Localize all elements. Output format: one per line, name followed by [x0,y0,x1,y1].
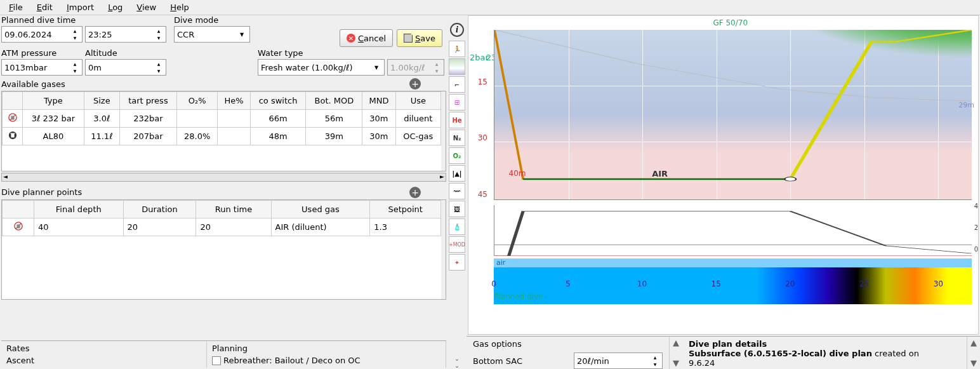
svg-rect-2 [11,116,14,119]
tool-saw-icon[interactable]: 〰 [449,183,465,199]
tool-corner-icon[interactable]: ⌐ [449,76,465,93]
dive-profile-chart[interactable]: GF 50/70 2bar232bar 40m AIR [468,15,979,335]
cell[interactable]: 56m [306,110,362,128]
col-duration[interactable]: Duration [123,200,196,218]
col-mod[interactable]: Bot. MOD [306,92,362,110]
bottom-sac-input[interactable]: 20ℓ/min ▲▼ [574,352,663,369]
menu-log[interactable]: Log [102,1,129,13]
sac-down-icon[interactable]: ▼ [651,361,659,368]
menu-file[interactable]: File [3,1,29,13]
details-scroll[interactable]: ▲▼ [967,337,980,369]
col-o2[interactable]: O₂% [176,92,218,110]
date-down-icon[interactable]: ▼ [70,34,79,41]
rebreather-checkbox[interactable]: Rebreather: Bailout / Deco on OC [212,356,440,366]
col-usedgas[interactable]: Used gas [271,200,370,218]
atm-input[interactable]: 1013mbar ▲▼ [1,59,83,76]
time-input[interactable]: 23:25 ▲▼ [85,26,166,43]
menu-edit[interactable]: Edit [30,1,59,13]
rates-title: Rates [6,344,201,353]
col-setpoint[interactable]: Setpoint [370,200,441,218]
menu-import[interactable]: Import [60,1,100,13]
svg-rect-5 [10,133,15,134]
gf-label: GF 50/70 [713,18,748,27]
cell[interactable]: 232bar [120,110,177,128]
col-runtime[interactable]: Run time [196,200,271,218]
dive-mode-combo[interactable]: CCR ▼ [174,26,250,43]
cell[interactable]: 20 [123,218,196,236]
cell[interactable] [218,110,250,128]
col-mnd[interactable]: MND [362,92,395,110]
cell[interactable]: AIR (diluent) [271,218,370,236]
menu-help[interactable]: Help [164,1,195,13]
menu-view[interactable]: View [130,1,162,13]
tool-scale-icon[interactable]: ⊞ [449,94,465,111]
trash-disabled-icon[interactable] [14,222,23,231]
time-up-icon[interactable]: ▲ [154,27,163,34]
cell[interactable]: 1.3 [370,218,441,236]
alt-down-icon[interactable]: ▼ [154,67,163,74]
cell[interactable]: 48m [250,128,306,145]
info-button[interactable]: i [450,23,464,37]
col-type[interactable]: Type [23,92,84,110]
atm-down-icon[interactable]: ▼ [70,67,79,74]
tool-person-icon[interactable]: 🏃 [449,41,465,57]
cell[interactable]: 40 [34,218,124,236]
add-gas-button[interactable]: + [409,78,421,90]
col-he[interactable]: He% [218,92,250,110]
toolbar-expand-button[interactable]: ⌄⌄ [453,355,461,369]
cell[interactable]: 66m [250,110,306,128]
cell[interactable]: 207bar [120,128,177,145]
cell[interactable]: 3.0ℓ [84,110,119,128]
gas-row[interactable]: 3ℓ 232 bar 3.0ℓ 232bar 66m 56m 30m dilue… [3,110,441,128]
date-input[interactable]: 09.06.2024 ▲▼ [1,26,83,43]
date-up-icon[interactable]: ▲ [70,27,79,34]
trash-disabled-icon[interactable] [8,113,17,122]
cell[interactable]: 3ℓ 232 bar [23,110,84,128]
depth-label: 40m [509,169,526,178]
gas-options-scroll[interactable]: ▲▼ [670,337,682,369]
save-icon [404,34,413,43]
tool-he-icon[interactable]: He [449,112,465,128]
cancel-button[interactable]: ✕ Cancel [340,29,393,47]
cell[interactable]: 39m [306,128,362,145]
alt-up-icon[interactable]: ▲ [154,60,163,67]
trash-icon[interactable] [8,131,17,140]
heatmap-gas-label: air [496,258,505,267]
col-use[interactable]: Use [395,92,440,110]
cell[interactable]: AL80 [23,128,84,145]
tool-tank-icon[interactable]: 🧴 [449,218,465,235]
cell[interactable]: diluent [395,110,440,128]
sac-up-icon[interactable]: ▲ [651,354,659,361]
tool-o2-icon[interactable]: O₂ [449,147,465,164]
cell[interactable] [218,128,250,145]
atm-up-icon[interactable]: ▲ [70,60,79,67]
tool-n2-icon[interactable]: N₂ [449,130,465,146]
cell[interactable]: 30m [362,128,395,145]
col-size[interactable]: Size [84,92,119,110]
col-depth[interactable]: Final depth [34,200,124,218]
cell[interactable]: OC-gas [395,128,440,145]
add-point-button[interactable]: + [409,187,421,198]
save-button[interactable]: Save [397,29,442,47]
col-start[interactable]: tart press [120,92,177,110]
gases-hscroll[interactable] [1,173,446,182]
tool-mod-icon[interactable]: +MOD [449,236,465,253]
time-down-icon[interactable]: ▼ [154,34,163,41]
cell[interactable]: 11.1ℓ [84,128,119,145]
col-deco[interactable]: co switch [250,92,306,110]
cell[interactable]: 30m [362,110,395,128]
cancel-icon: ✕ [347,34,355,43]
tool-tissue-icon[interactable]: ✦ [449,254,465,271]
cell[interactable]: 20 [196,218,271,236]
point-row[interactable]: 40 20 20 AIR (diluent) 1.3 [3,218,441,236]
cell[interactable] [176,110,218,128]
tool-gradient-icon[interactable] [449,58,465,75]
altitude-input[interactable]: 0m ▲▼ [85,59,166,76]
water-density-input: 1.00kg/ℓ ▲▼ [387,59,444,76]
tool-picture-icon[interactable]: 🖼 [449,201,465,217]
ascent-label: Ascent [6,356,201,365]
cell[interactable]: 28.0% [176,128,218,145]
water-type-combo[interactable]: Fresh water (1.00kg/ℓ) ▼ [258,59,385,76]
tool-ruler-icon[interactable]: |▲| [449,165,465,182]
gas-row[interactable]: AL80 11.1ℓ 207bar 28.0% 48m 39m 30m OC-g… [3,128,441,145]
